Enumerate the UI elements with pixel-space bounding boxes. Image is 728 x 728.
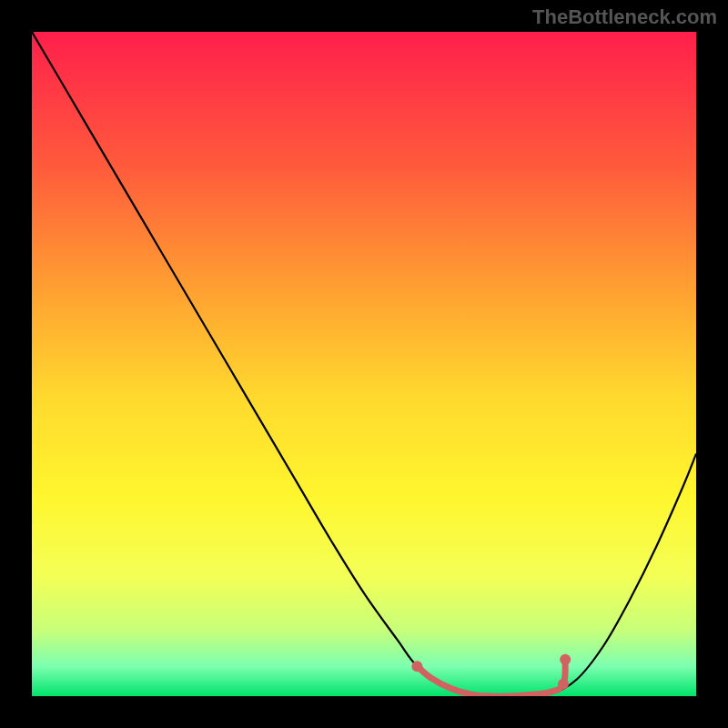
chart-svg [32, 32, 696, 696]
drag-point[interactable] [558, 679, 569, 690]
chart-plot [32, 32, 696, 696]
chart-background [32, 32, 696, 696]
chart-frame [0, 0, 728, 728]
watermark-text: TheBottleneck.com [532, 5, 717, 29]
drag-point[interactable] [560, 654, 571, 665]
drag-point[interactable] [411, 661, 422, 672]
